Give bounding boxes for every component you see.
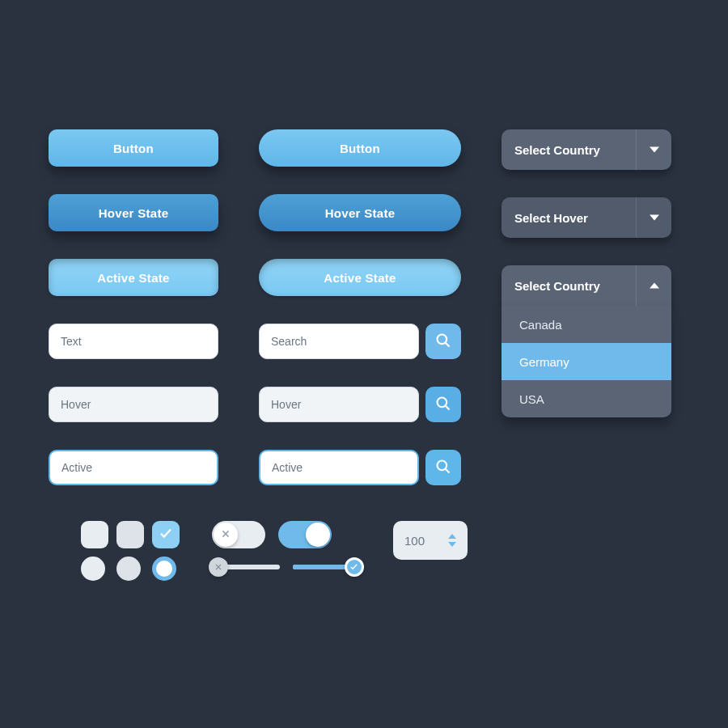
input-placeholder: Search (271, 335, 307, 348)
button-active-pill[interactable]: Active State (259, 259, 461, 296)
text-input-active[interactable]: Active (49, 450, 218, 485)
option-label: Canada (519, 318, 562, 332)
button-label: Hover State (325, 206, 396, 220)
search-button-normal[interactable] (425, 324, 461, 359)
chevron-up-icon (636, 265, 671, 306)
select-dropdown: Canada Germany USA (502, 306, 671, 417)
input-placeholder: Active (61, 461, 92, 474)
input-placeholder: Active (272, 461, 303, 474)
text-input-hover[interactable]: Hover (49, 387, 218, 422)
search-input-hover[interactable]: Hover (259, 387, 419, 422)
check-icon (159, 526, 173, 544)
select-option-usa[interactable]: USA (502, 380, 671, 417)
input-placeholder: Hover (61, 398, 91, 411)
select-normal[interactable]: Select Country (502, 129, 671, 170)
select-option-canada[interactable]: Canada (502, 306, 671, 343)
svg-point-0 (438, 334, 447, 344)
search-icon (435, 459, 451, 477)
search-icon (435, 332, 451, 351)
svg-line-5 (446, 468, 450, 472)
radio-hover[interactable] (116, 557, 141, 581)
svg-marker-6 (650, 146, 659, 152)
search-icon (435, 396, 451, 414)
button-label: Button (340, 142, 380, 155)
radio-checked[interactable] (152, 557, 176, 581)
slider-on[interactable] (293, 565, 361, 569)
svg-point-4 (438, 460, 447, 470)
input-placeholder: Text (61, 335, 82, 348)
radio-normal[interactable] (81, 557, 105, 581)
button-label: Active State (324, 271, 396, 285)
button-label: Active State (97, 271, 169, 285)
input-placeholder: Hover (271, 398, 301, 411)
select-label: Select Hover (502, 197, 636, 238)
option-label: USA (519, 392, 544, 406)
button-hover-rect[interactable]: Hover State (49, 194, 218, 231)
select-label: Select Country (502, 129, 636, 170)
select-option-germany[interactable]: Germany (502, 343, 671, 380)
text-input-normal[interactable]: Text (49, 324, 218, 359)
chevron-down-icon (636, 197, 671, 238)
button-label: Button (113, 142, 154, 155)
search-button-active[interactable] (425, 450, 461, 485)
select-label: Select Country (502, 265, 636, 306)
number-stepper[interactable]: 100 (393, 521, 468, 560)
slider-off[interactable] (212, 565, 280, 569)
x-icon (221, 527, 231, 542)
search-input-active[interactable]: Active (259, 450, 419, 485)
svg-marker-7 (650, 214, 659, 220)
check-radio-grid (81, 521, 180, 584)
search-button-hover[interactable] (425, 387, 461, 422)
button-hover-pill[interactable]: Hover State (259, 194, 461, 231)
option-label: Germany (519, 355, 569, 369)
button-normal-pill[interactable]: Button (259, 129, 461, 167)
chevron-down-icon (636, 129, 671, 170)
svg-line-3 (446, 405, 450, 409)
toggle-off[interactable] (212, 521, 265, 548)
checkbox-checked[interactable] (152, 521, 180, 548)
x-icon (214, 560, 222, 574)
button-label: Hover State (99, 206, 169, 220)
svg-point-2 (438, 397, 447, 407)
checkbox-hover[interactable] (116, 521, 144, 548)
stepper-down-icon[interactable] (448, 542, 456, 547)
svg-line-1 (446, 342, 450, 346)
stepper-value: 100 (404, 534, 425, 548)
stepper-up-icon[interactable] (448, 534, 456, 539)
svg-marker-8 (650, 282, 659, 288)
check-icon (349, 560, 358, 574)
button-active-rect[interactable]: Active State (49, 259, 218, 296)
select-hover[interactable]: Select Hover (502, 197, 671, 238)
checkbox-normal[interactable] (81, 521, 108, 548)
select-open[interactable]: Select Country (502, 265, 671, 306)
search-input-normal[interactable]: Search (259, 324, 419, 359)
button-normal-rect[interactable]: Button (49, 129, 218, 167)
toggle-on[interactable] (278, 521, 332, 548)
